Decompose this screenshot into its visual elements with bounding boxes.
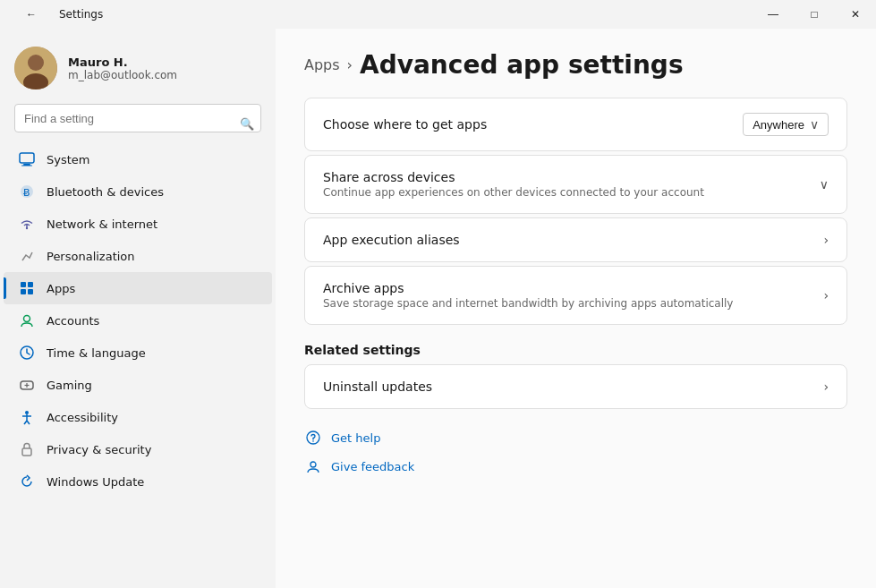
system-icon [18,150,36,168]
update-icon [18,473,36,490]
maximize-button[interactable]: □ [794,0,835,29]
back-icon: ← [26,8,37,21]
setting-row-archive-apps[interactable]: Archive apps Save storage space and inte… [305,267,846,324]
sidebar-item-personalization[interactable]: Personalization [4,240,272,272]
svg-text:Ƀ: Ƀ [23,187,30,199]
network-icon [18,215,36,233]
user-name: Mauro H. [68,55,177,69]
apps-icon [18,279,36,297]
bluetooth-icon: Ƀ [18,183,36,200]
back-button[interactable]: ← [11,0,52,29]
main-container: Mauro H. m_lab@outlook.com 🔍 System [0,29,876,588]
uninstall-chevron-icon: › [823,379,829,394]
get-help-label: Get help [331,431,380,445]
sidebar-item-apps[interactable]: Apps [4,272,272,304]
network-label: Network & internet [47,217,157,231]
accounts-icon [18,311,36,329]
app-execution-label: App execution aliases [323,233,460,247]
svg-point-18 [25,411,29,414]
sidebar: Mauro H. m_lab@outlook.com 🔍 System [0,29,276,588]
settings-section: Choose where to get apps Anywhere ∨ Shar… [304,98,847,325]
setting-item-uninstall: Uninstall updates › [304,364,847,409]
accounts-label: Accounts [47,314,99,328]
breadcrumb-apps[interactable]: Apps [304,56,340,73]
personalization-icon [18,247,36,265]
svg-point-21 [312,440,314,442]
page-title: Advanced app settings [360,50,684,80]
system-label: System [47,153,89,166]
get-apps-label: Choose where to get apps [323,117,487,132]
gaming-label: Gaming [47,379,92,392]
gaming-icon [18,376,36,394]
user-profile[interactable]: Mauro H. m_lab@outlook.com [0,39,276,104]
archive-apps-desc: Save storage space and internet bandwidt… [323,297,733,310]
bluetooth-label: Bluetooth & devices [47,185,164,199]
svg-rect-10 [28,282,33,287]
close-button[interactable]: ✕ [835,0,876,29]
sidebar-item-update[interactable]: Windows Update [4,465,272,498]
search-container: 🔍 [0,104,276,143]
sidebar-item-network[interactable]: Network & internet [4,208,272,240]
sidebar-item-accounts[interactable]: Accounts [4,304,272,337]
setting-item-archive-apps: Archive apps Save storage space and inte… [304,266,847,325]
svg-rect-5 [21,166,32,166]
update-label: Windows Update [47,475,144,489]
apps-label: Apps [47,282,75,295]
related-settings-header: Related settings [304,343,847,357]
personalization-label: Personalization [47,250,135,263]
search-input[interactable] [14,104,261,132]
archive-apps-chevron-icon: › [823,288,829,303]
setting-item-share-devices: Share across devices Continue app experi… [304,155,847,214]
share-devices-label: Share across devices [323,170,704,184]
accessibility-label: Accessibility [47,411,118,424]
setting-item-get-apps: Choose where to get apps Anywhere ∨ [304,98,847,151]
content-area: Apps › Advanced app settings Choose wher… [276,29,876,588]
svg-rect-12 [28,289,33,294]
sidebar-item-gaming[interactable]: Gaming [4,369,272,401]
give-feedback-icon [304,457,322,475]
app-execution-chevron-icon: › [823,233,829,247]
setting-row-app-execution[interactable]: App execution aliases › [305,218,846,261]
search-icon: 🔍 [240,117,254,131]
get-apps-dropdown[interactable]: Anywhere ∨ [743,113,829,136]
get-help-icon [304,429,322,447]
sidebar-item-time[interactable]: Time & language [4,337,272,369]
nav-list: System Ƀ Bluetooth & devices [0,143,276,498]
breadcrumb-separator: › [347,56,353,73]
breadcrumb: Apps › Advanced app settings [304,50,847,80]
setting-row-share-devices[interactable]: Share across devices Continue app experi… [305,156,846,213]
svg-point-1 [28,55,44,71]
accessibility-icon [18,408,36,426]
svg-point-13 [24,316,30,322]
dropdown-chevron-icon: ∨ [810,117,819,132]
svg-rect-19 [22,448,31,456]
sidebar-item-privacy[interactable]: Privacy & security [4,433,272,465]
time-label: Time & language [47,346,146,360]
svg-point-8 [26,227,28,229]
share-devices-chevron-icon: ∨ [820,177,829,192]
svg-rect-11 [21,289,26,294]
share-devices-desc: Continue app experiences on other device… [323,186,704,199]
svg-rect-3 [20,153,34,163]
privacy-label: Privacy & security [47,443,151,456]
user-info: Mauro H. m_lab@outlook.com [68,55,177,81]
minimize-button[interactable]: — [753,0,794,29]
avatar [14,47,57,89]
sidebar-item-accessibility[interactable]: Accessibility [4,401,272,433]
titlebar-title: Settings [59,8,103,21]
privacy-icon [18,440,36,458]
uninstall-label: Uninstall updates [323,379,432,394]
related-settings-section: Related settings Uninstall updates › [304,343,847,409]
get-help-link[interactable]: Get help [304,423,847,452]
links-container: Get help Give feedback [304,423,847,481]
svg-rect-9 [21,282,26,287]
svg-point-22 [310,462,316,467]
setting-row-get-apps[interactable]: Choose where to get apps Anywhere ∨ [305,98,846,150]
sidebar-item-system[interactable]: System [4,143,272,175]
give-feedback-link[interactable]: Give feedback [304,452,847,481]
titlebar: ← Settings — □ ✕ [0,0,876,29]
user-email: m_lab@outlook.com [68,69,177,81]
setting-item-app-execution: App execution aliases › [304,217,847,262]
setting-row-uninstall[interactable]: Uninstall updates › [305,365,846,408]
sidebar-item-bluetooth[interactable]: Ƀ Bluetooth & devices [4,175,272,208]
